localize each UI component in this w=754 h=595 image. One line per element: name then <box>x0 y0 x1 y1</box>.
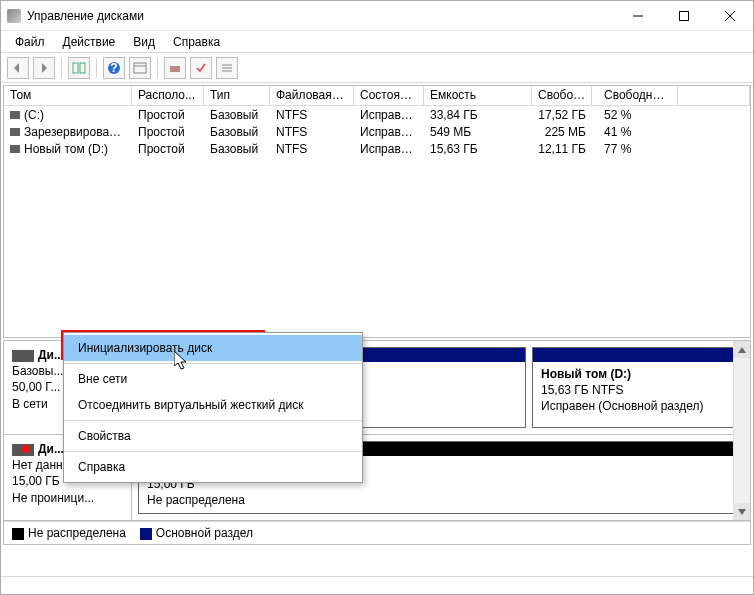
scroll-up-button[interactable] <box>734 341 750 358</box>
menu-help[interactable]: Справка <box>165 33 228 51</box>
scroll-down-button[interactable] <box>734 503 750 520</box>
legend-primary-swatch <box>140 528 152 540</box>
partition[interactable]: Новый том (D:) 15,63 ГБ NTFS Исправен (О… <box>532 347 744 428</box>
svg-text:?: ? <box>110 61 117 75</box>
titlebar: Управление дисками <box>1 1 753 31</box>
svg-rect-10 <box>170 66 180 72</box>
col-volume[interactable]: Том <box>4 86 132 105</box>
menu-file[interactable]: Файл <box>7 33 53 51</box>
ctx-properties[interactable]: Свойства <box>64 423 362 449</box>
col-layout[interactable]: Располо... <box>132 86 204 105</box>
disk-management-window: Управление дисками Файл Действие Вид Спр… <box>0 0 754 595</box>
svg-rect-4 <box>73 63 78 73</box>
close-button[interactable] <box>707 1 753 31</box>
svg-rect-1 <box>680 11 689 20</box>
col-type[interactable]: Тип <box>204 86 270 105</box>
settings-button[interactable] <box>129 57 151 79</box>
legend: Не распределена Основной раздел <box>4 521 750 544</box>
svg-rect-5 <box>80 63 85 73</box>
help-button[interactable]: ? <box>103 57 125 79</box>
volume-icon <box>10 128 20 136</box>
volume-row[interactable]: Новый том (D:) Простой Базовый NTFS Испр… <box>4 140 750 157</box>
volume-icon <box>10 111 20 119</box>
partition-stripe <box>533 348 743 362</box>
ctx-initialize-disk[interactable]: Инициализировать диск <box>64 335 362 361</box>
volume-list-header: Том Располо... Тип Файловая с... Состоян… <box>4 86 750 106</box>
disk-error-icon <box>12 444 34 456</box>
status-bar <box>1 576 753 594</box>
vertical-scrollbar[interactable] <box>733 341 750 520</box>
app-icon <box>7 9 21 23</box>
menu-action[interactable]: Действие <box>55 33 124 51</box>
col-status[interactable]: Состояние <box>354 86 424 105</box>
svg-rect-8 <box>134 63 146 73</box>
back-button[interactable] <box>7 57 29 79</box>
disk-icon <box>12 350 34 362</box>
forward-button[interactable] <box>33 57 55 79</box>
window-title: Управление дисками <box>27 9 144 23</box>
col-filesystem[interactable]: Файловая с... <box>270 86 354 105</box>
volume-icon <box>10 145 20 153</box>
list-button[interactable] <box>216 57 238 79</box>
action-button[interactable] <box>164 57 186 79</box>
volume-row[interactable]: Зарезервировано... Простой Базовый NTFS … <box>4 123 750 140</box>
volume-list-panel: Том Располо... Тип Файловая с... Состоян… <box>3 85 751 338</box>
toolbar: ? <box>1 53 753 83</box>
ctx-detach-vhd[interactable]: Отсоединить виртуальный жесткий диск <box>64 392 362 418</box>
minimize-button[interactable] <box>615 1 661 31</box>
col-capacity[interactable]: Емкость <box>424 86 532 105</box>
legend-unallocated-swatch <box>12 528 24 540</box>
volume-row[interactable]: (C:) Простой Базовый NTFS Исправен... 33… <box>4 106 750 123</box>
scroll-track[interactable] <box>734 358 750 503</box>
ctx-help[interactable]: Справка <box>64 454 362 480</box>
col-freepercent[interactable]: Свободно % <box>592 86 678 105</box>
context-menu: Инициализировать диск Вне сети Отсоедини… <box>63 332 363 483</box>
maximize-button[interactable] <box>661 1 707 31</box>
col-free[interactable]: Свобод... <box>532 86 592 105</box>
ctx-offline[interactable]: Вне сети <box>64 366 362 392</box>
menubar: Файл Действие Вид Справка <box>1 31 753 53</box>
menu-view[interactable]: Вид <box>125 33 163 51</box>
layout-button[interactable] <box>68 57 90 79</box>
check-button[interactable] <box>190 57 212 79</box>
